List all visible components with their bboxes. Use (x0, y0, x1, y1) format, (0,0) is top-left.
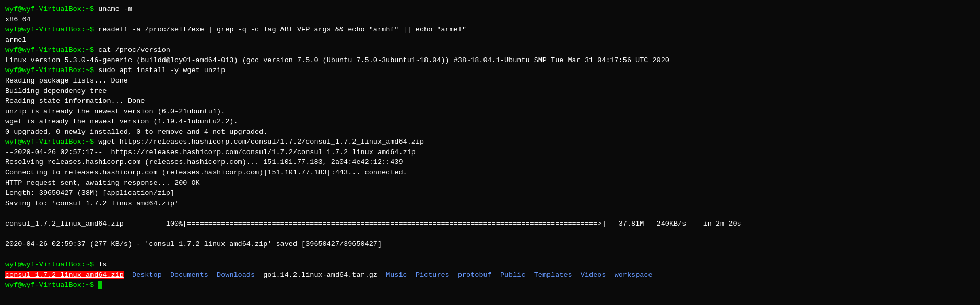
progress-line: consul_1.7.2_linux_amd64.zip 100%[======… (5, 219, 975, 229)
ls-item-music: Music (386, 271, 407, 279)
final-prompt: wyf@wyf-VirtualBox:~$ (5, 281, 94, 289)
ls-item-protobuf: protobuf (458, 271, 492, 279)
output-saved: 2020-04-26 02:59:37 (277 KB/s) - 'consul… (5, 239, 975, 250)
command-1: uname -m (98, 5, 132, 13)
line-14: wyf@wyf-VirtualBox:~$ wget https://relea… (5, 137, 975, 147)
ls-output: consul_1.7.2_linux_amd64.zip Desktop Doc… (5, 270, 975, 280)
output-14f: Saving to: 'consul_1.7.2_linux_amd64.zip… (5, 198, 975, 209)
output-14d: HTTP request sent, awaiting response... … (5, 178, 975, 189)
output-7f: 0 upgraded, 0 newly installed, 0 to remo… (5, 127, 975, 137)
prompt-ls: wyf@wyf-VirtualBox:~$ (5, 261, 94, 268)
ls-item-videos: Videos (581, 271, 606, 279)
cursor-block (98, 281, 102, 289)
line-ls: wyf@wyf-VirtualBox:~$ ls (5, 260, 975, 270)
terminal-window[interactable]: wyf@wyf-VirtualBox:~$ uname -m x86_64 wy… (5, 4, 975, 290)
line-1: wyf@wyf-VirtualBox:~$ uname -m (5, 4, 975, 15)
prompt-5: wyf@wyf-VirtualBox:~$ (5, 46, 94, 54)
output-7c: Reading state information... Done (5, 96, 975, 107)
ls-item-desktop: Desktop (132, 271, 162, 279)
empty-3 (5, 250, 975, 260)
output-3: armel (5, 35, 975, 45)
output-5: Linux version 5.3.0-46-generic (buildd@l… (5, 55, 975, 66)
ls-item-templates: Templates (534, 271, 572, 279)
final-prompt-line: wyf@wyf-VirtualBox:~$ (5, 280, 975, 290)
ls-item-consul-zip: consul_1.7.2_linux_amd64.zip (5, 271, 124, 279)
line-3: wyf@wyf-VirtualBox:~$ readelf -a /proc/s… (5, 25, 975, 35)
output-14e: Length: 39650427 (38M) [application/zip] (5, 188, 975, 198)
output-1: x86_64 (5, 15, 975, 25)
line-5: wyf@wyf-VirtualBox:~$ cat /proc/version (5, 45, 975, 55)
prompt-7: wyf@wyf-VirtualBox:~$ (5, 66, 94, 74)
ls-item-go-tar: go1.14.2.linux-amd64.tar.gz (263, 271, 377, 279)
output-7d: unzip is already the newest version (6.0… (5, 107, 975, 117)
ls-item-workspace: workspace (615, 271, 653, 279)
prompt-14: wyf@wyf-VirtualBox:~$ (5, 138, 94, 146)
command-ls: ls (98, 261, 107, 268)
prompt-1: wyf@wyf-VirtualBox:~$ (5, 5, 94, 13)
line-7: wyf@wyf-VirtualBox:~$ sudo apt install -… (5, 65, 975, 76)
command-14: wget https://releases.hashicorp.com/cons… (98, 138, 424, 146)
output-7e: wget is already the newest version (1.19… (5, 116, 975, 127)
empty-1 (5, 208, 975, 219)
command-5: cat /proc/version (98, 46, 170, 54)
output-7b: Building dependency tree (5, 86, 975, 97)
output-7a: Reading package lists... Done (5, 76, 975, 86)
ls-item-downloads: Downloads (217, 271, 255, 279)
command-3: readelf -a /proc/self/exe | grep -q -c T… (98, 26, 466, 33)
ls-item-documents: Documents (170, 271, 208, 279)
empty-2 (5, 229, 975, 239)
command-7: sudo apt install -y wget unzip (98, 66, 225, 74)
output-14a: --2020-04-26 02:57:17-- https://releases… (5, 147, 975, 158)
output-14c: Connecting to releases.hashicorp.com (re… (5, 168, 975, 178)
prompt-3: wyf@wyf-VirtualBox:~$ (5, 26, 94, 33)
ls-item-pictures: Pictures (416, 271, 450, 279)
ls-item-public: Public (500, 271, 526, 279)
output-14b: Resolving releases.hashicorp.com (releas… (5, 157, 975, 168)
